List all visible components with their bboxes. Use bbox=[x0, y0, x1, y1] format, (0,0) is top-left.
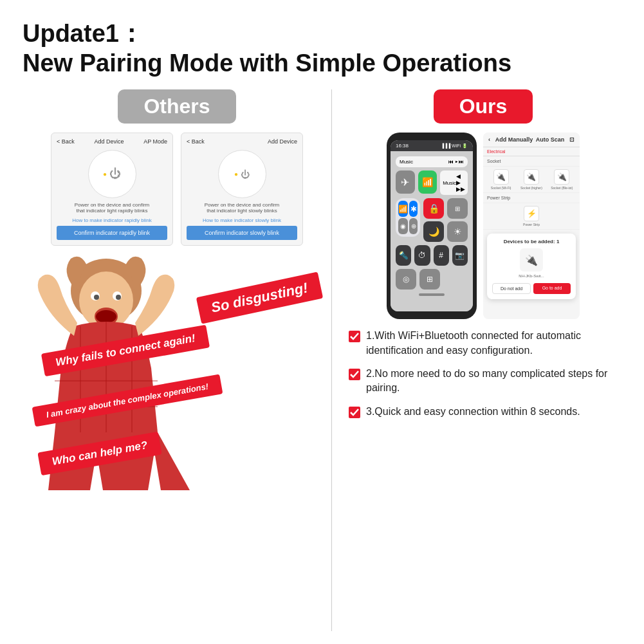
cc-airdrop-btn[interactable]: ◉ bbox=[398, 218, 408, 234]
feature-item-3: 3.Quick and easy connection within 8 sec… bbox=[348, 405, 618, 419]
cc-lock-btn[interactable]: 🔒 bbox=[423, 198, 444, 219]
cc-brightness[interactable]: ☀ bbox=[447, 221, 468, 242]
am-strip-item-label: Power Strip bbox=[487, 223, 576, 226]
cc-music-controls: ⏮ ▶ ⏭ bbox=[448, 159, 464, 165]
am-icon-socket3: 🔌 bbox=[554, 169, 569, 185]
right-panel: Ours 16:38 ▐▐▐ WiFi 🔋 Music bbox=[331, 89, 621, 631]
frustrated-woman-area: So disgusting! Why fails to connect agai… bbox=[29, 246, 325, 490]
screen2-title: Add Device bbox=[268, 138, 297, 145]
header: Update1： New Pairing Mode with Simple Op… bbox=[23, 19, 621, 78]
control-center: Music ⏮ ▶ ⏭ ✈ 📶 Music ◀ ▶ ▶▶ bbox=[391, 151, 473, 311]
am-item-socket3: 🔌 Socket (Ble-iot) bbox=[548, 169, 576, 190]
am-icon-strip: ⚡ bbox=[524, 206, 539, 221]
cc-music-label: Music bbox=[400, 159, 413, 165]
features-list: 1.With WiFi+Bluetooth connected for auto… bbox=[345, 329, 621, 428]
feature-text-2: 2.No more need to do so many complicated… bbox=[366, 367, 618, 396]
screen2-back: < Back bbox=[187, 138, 205, 145]
screen2-power: ⏻ bbox=[241, 169, 250, 179]
cc-row3: 🔦 ⏱ # 📷 bbox=[396, 245, 468, 266]
phone1-signal: ▐▐▐ WiFi 🔋 bbox=[441, 143, 468, 149]
am-item-socket2: 🔌 Socket (higher) bbox=[517, 169, 545, 190]
am-btn-do-not-add[interactable]: Do not add bbox=[492, 283, 531, 294]
screen2-device-icon: ● ⏻ bbox=[218, 150, 266, 198]
device-screen-2: < Back Add Device ● ⏻ Power on the devic… bbox=[181, 133, 303, 246]
am-item-socket-wifi: 🔌 Socket (Wi-Fi) bbox=[487, 169, 515, 190]
am-icon-socket-wifi: 🔌 bbox=[493, 169, 509, 185]
cc-row2: 📶 ✱ ◉ ⊕ 🔒 🌙 ⊞ bbox=[396, 198, 468, 242]
am-socket-row1: 🔌 Socket (Wi-Fi) 🔌 Socket (higher) 🔌 Soc… bbox=[483, 167, 580, 193]
cc-qr[interactable]: ⊞ bbox=[419, 269, 440, 290]
screen2-desc: Power on the device and confirmthat indi… bbox=[187, 202, 297, 214]
cc-screen-mirror[interactable]: ⊞ bbox=[447, 198, 468, 219]
screen2-header: < Back Add Device bbox=[187, 138, 297, 145]
device-screenshots: < Back Add Device AP Mode ● ⏻ Power on t… bbox=[51, 133, 303, 246]
svg-point-3 bbox=[96, 310, 116, 323]
phone-add-manually: ‹ Add Manually Auto Scan ⊡ Electrical So… bbox=[483, 133, 580, 319]
title-line1: Update1： bbox=[23, 19, 621, 49]
banner-disgusting: So disgusting! bbox=[196, 272, 323, 324]
content-row: Others < Back Add Device AP Mode ● ⏻ bbox=[23, 89, 621, 631]
am-socket-label: Socket bbox=[483, 156, 580, 167]
phone1-home-indicator bbox=[419, 293, 445, 296]
cc-connectivity-cluster: 📶 ✱ ◉ ⊕ bbox=[396, 198, 420, 237]
screen1-apmode: AP Mode bbox=[143, 138, 167, 145]
am-socket-wifi-label: Socket (Wi-Fi) bbox=[487, 186, 515, 190]
am-icon-socket2: 🔌 bbox=[524, 169, 539, 185]
others-badge: Others bbox=[118, 89, 235, 124]
am-popup-title: Devices to be added: 1 bbox=[492, 239, 571, 244]
am-item-strip: ⚡ Power Strip bbox=[487, 206, 576, 226]
phone1-time: 16:38 bbox=[396, 143, 409, 149]
cc-row1: ✈ 📶 Music ◀ ▶ ▶▶ bbox=[396, 170, 468, 195]
phone-control-center: 16:38 ▐▐▐ WiFi 🔋 Music ⏮ ▶ ⏭ ✈ bbox=[387, 133, 477, 319]
title-line2: New Pairing Mode with Simple Operations bbox=[23, 49, 621, 78]
cc-music-mini-ctrl: ◀ ▶ ▶▶ bbox=[456, 173, 465, 192]
screen1-link: How to make indicator rapidly blink bbox=[57, 217, 167, 223]
cc-airplane[interactable]: ✈ bbox=[396, 170, 415, 194]
feature-text-1: 1.With WiFi+Bluetooth connected for auto… bbox=[366, 329, 618, 358]
am-header: ‹ Add Manually Auto Scan ⊡ bbox=[483, 133, 580, 147]
feature-item-1: 1.With WiFi+Bluetooth connected for auto… bbox=[348, 329, 618, 358]
cc-bluetooth-btn[interactable]: ✱ bbox=[409, 201, 418, 217]
cc-scan[interactable]: ◎ bbox=[396, 269, 416, 290]
ours-badge: Ours bbox=[434, 89, 533, 124]
cc-timer[interactable]: ⏱ bbox=[414, 245, 430, 266]
cc-wifi-btn[interactable]: 📶 bbox=[398, 201, 408, 217]
screen1-device-icon: ● ⏻ bbox=[88, 150, 136, 198]
cc-calc[interactable]: # bbox=[434, 245, 449, 266]
feature-text-3: 3.Quick and easy connection within 8 sec… bbox=[366, 405, 580, 419]
phone-area: 16:38 ▐▐▐ WiFi 🔋 Music ⏮ ▶ ⏭ ✈ bbox=[387, 133, 580, 319]
cc-wifi-top[interactable]: 📶 bbox=[418, 170, 437, 194]
cc-more-btns: ⊞ ☀ bbox=[447, 198, 468, 242]
am-strip-row: ⚡ Power Strip bbox=[483, 203, 580, 230]
feature-item-2: 2.No more need to do so many complicated… bbox=[348, 367, 618, 396]
device-screen-1: < Back Add Device AP Mode ● ⏻ Power on t… bbox=[51, 133, 173, 246]
checkbox-icon-2 bbox=[348, 368, 361, 381]
checkbox-icon-1 bbox=[348, 330, 361, 343]
screen2-dot: ● bbox=[234, 170, 238, 178]
screen2-link: How to make indicator slowly blink bbox=[187, 217, 297, 223]
cc-row4: ◎ ⊞ bbox=[396, 269, 468, 290]
am-socket3-label: Socket (Ble-iot) bbox=[548, 186, 576, 190]
am-title: Add Manually Auto Scan bbox=[495, 136, 565, 143]
cc-moon-btn[interactable]: 🌙 bbox=[423, 221, 444, 242]
cc-music-widget: Music ⏮ ▶ ⏭ bbox=[396, 156, 468, 167]
screen1-power: ⏻ bbox=[109, 167, 121, 181]
am-btn-go-to-add[interactable]: Go to add bbox=[533, 283, 571, 294]
am-device-name: NH-JKb-Swit... bbox=[492, 274, 571, 278]
am-electrical: Electrical bbox=[483, 147, 580, 156]
am-strip-label: Power Strip bbox=[483, 193, 580, 203]
screen1-desc: Power on the device and confirmthat indi… bbox=[57, 202, 167, 214]
am-popup-buttons: Do not add Go to add bbox=[492, 283, 571, 294]
screen1-confirm-btn[interactable]: Confirm indicator rapidly blink bbox=[57, 226, 167, 240]
am-scan-icon: ⊡ bbox=[569, 136, 575, 143]
cc-hotspot-btn[interactable]: ⊕ bbox=[409, 218, 418, 234]
cc-camera[interactable]: 📷 bbox=[452, 245, 468, 266]
screen2-confirm-btn[interactable]: Confirm indicator slowly blink bbox=[187, 226, 297, 240]
cc-music-mini-label: Music bbox=[443, 180, 456, 186]
screen1-back: < Back bbox=[57, 138, 75, 145]
screen1-title: Add Device bbox=[94, 138, 124, 145]
svg-point-6 bbox=[94, 295, 99, 300]
svg-point-7 bbox=[116, 295, 121, 300]
cc-flashlight[interactable]: 🔦 bbox=[396, 245, 411, 266]
checkbox-icon-3 bbox=[348, 406, 361, 419]
